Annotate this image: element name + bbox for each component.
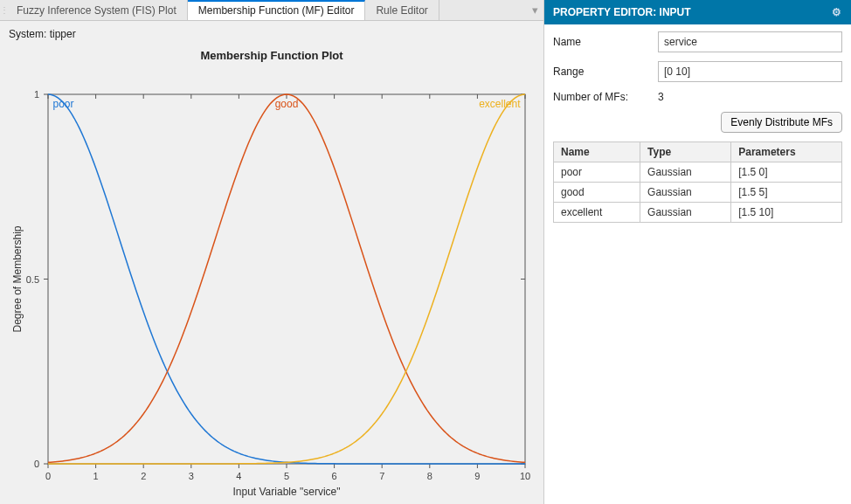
plot-title: Membership Function Plot bbox=[9, 47, 535, 67]
range-label: Range bbox=[553, 66, 658, 78]
svg-text:7: 7 bbox=[379, 471, 384, 481]
svg-text:8: 8 bbox=[427, 471, 432, 481]
tab-mf-editor[interactable]: Membership Function (MF) Editor bbox=[188, 0, 366, 20]
svg-text:poor: poor bbox=[52, 98, 73, 110]
mf-cell-name: good bbox=[554, 183, 640, 203]
table-row[interactable]: excellentGaussian[1.5 10] bbox=[554, 203, 842, 223]
system-label: System: tipper bbox=[0, 21, 543, 47]
svg-text:good: good bbox=[275, 98, 299, 110]
mf-cell-type: Gaussian bbox=[640, 162, 731, 183]
svg-text:1: 1 bbox=[34, 89, 39, 100]
evenly-distribute-button[interactable]: Evenly Distribute MFs bbox=[721, 112, 842, 133]
mf-th-type[interactable]: Type bbox=[640, 142, 731, 162]
svg-text:4: 4 bbox=[236, 471, 241, 481]
membership-plot: 01234567891000.51Input Variable "service… bbox=[9, 67, 536, 501]
property-editor-title: PROPERTY EDITOR: INPUT bbox=[553, 6, 691, 18]
mf-table: Name Type Parameters poorGaussian[1.5 0]… bbox=[553, 142, 842, 223]
mf-cell-name: excellent bbox=[554, 203, 640, 223]
svg-text:10: 10 bbox=[520, 471, 530, 481]
svg-text:0: 0 bbox=[34, 459, 39, 469]
svg-text:excellent: excellent bbox=[479, 98, 521, 110]
mf-th-params[interactable]: Parameters bbox=[731, 142, 842, 162]
svg-text:Degree of Membership: Degree of Membership bbox=[11, 225, 24, 332]
tab-rule-editor[interactable]: Rule Editor bbox=[365, 0, 439, 20]
range-input[interactable] bbox=[658, 61, 842, 82]
table-row[interactable]: goodGaussian[1.5 5] bbox=[554, 183, 842, 203]
mf-cell-params: [1.5 5] bbox=[731, 183, 842, 203]
svg-rect-0 bbox=[48, 94, 525, 464]
svg-text:0: 0 bbox=[45, 471, 51, 481]
mf-th-name[interactable]: Name bbox=[554, 142, 640, 162]
tabbar-overflow-icon[interactable]: ▾ bbox=[526, 3, 543, 17]
tab-fis-plot[interactable]: Fuzzy Inference System (FIS) Plot bbox=[6, 0, 188, 20]
tabbar: ⋮⋮ Fuzzy Inference System (FIS) Plot Mem… bbox=[0, 0, 543, 21]
svg-text:3: 3 bbox=[189, 471, 194, 481]
property-editor-settings-icon[interactable]: ⚙ bbox=[830, 6, 842, 18]
mf-cell-params: [1.5 10] bbox=[731, 203, 842, 223]
nmfs-label: Number of MFs: bbox=[553, 91, 658, 103]
svg-text:1: 1 bbox=[93, 471, 99, 481]
mf-cell-name: poor bbox=[554, 162, 640, 183]
name-input[interactable] bbox=[658, 31, 842, 52]
mf-cell-type: Gaussian bbox=[640, 183, 731, 203]
svg-text:2: 2 bbox=[141, 471, 146, 481]
mf-cell-type: Gaussian bbox=[640, 203, 731, 223]
table-row[interactable]: poorGaussian[1.5 0] bbox=[554, 162, 842, 183]
svg-text:Input Variable "service": Input Variable "service" bbox=[232, 486, 340, 498]
drag-handle-icon[interactable]: ⋮⋮ bbox=[0, 5, 6, 15]
name-label: Name bbox=[553, 36, 658, 48]
svg-text:6: 6 bbox=[332, 471, 337, 481]
svg-text:9: 9 bbox=[474, 471, 480, 481]
mf-cell-params: [1.5 0] bbox=[731, 162, 842, 183]
svg-text:0.5: 0.5 bbox=[26, 274, 39, 285]
property-editor-header: PROPERTY EDITOR: INPUT ⚙ bbox=[544, 0, 851, 24]
nmfs-value: 3 bbox=[658, 91, 842, 103]
svg-text:5: 5 bbox=[284, 471, 289, 481]
